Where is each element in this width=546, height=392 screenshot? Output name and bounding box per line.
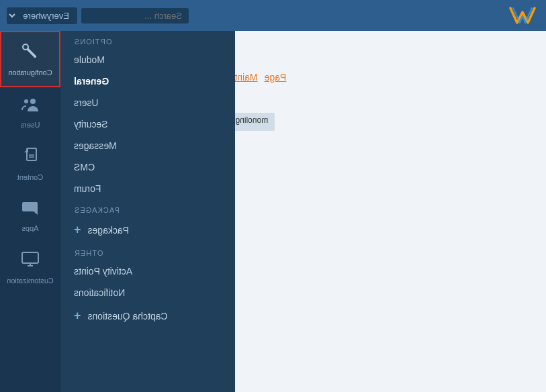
dropdown-notifications-item[interactable]: Notifications [60,282,235,303]
right-sidebar: Configuration Users [0,31,60,392]
sidebar-item-apps[interactable]: Apps [0,191,60,242]
dropdown-forum-item[interactable]: Forum [60,178,235,199]
content-label: Content [17,173,44,181]
topbar: Everywhere [0,0,546,31]
dropdown-packages-item[interactable]: Packages + [60,217,235,242]
wrench-icon [21,42,40,64]
breadcrumb-page[interactable]: Page [265,72,287,83]
dropdown-packages-label: PACKAGES [60,199,235,217]
packages-label: Packages [88,225,129,236]
search-input[interactable] [81,8,189,23]
packages-plus-icon[interactable]: + [74,223,81,237]
sidebar-item-customization[interactable]: Customization [0,242,60,294]
customization-label: Customization [7,277,54,285]
topbar-search-area: Everywhere [7,7,189,24]
dropdown-security-item[interactable]: Security [60,113,235,135]
dropdown-overlay: OPTIONS Module General Users Security Me… [60,31,235,392]
dropdown-messages-item[interactable]: Messages [60,135,235,156]
dropdown-cms-item[interactable]: CMS [60,156,235,178]
main-container: General Page Maintenance Mode System Leg… [0,31,546,392]
sidebar-item-content[interactable]: Content [0,138,60,191]
configuration-label: Configuration [8,68,52,77]
search-scope-dropdown[interactable]: Everywhere [7,7,77,24]
sidebar-item-users[interactable]: Users [0,87,60,138]
svg-point-0 [30,99,36,104]
svg-point-1 [24,99,28,103]
users-icon [21,97,40,117]
dropdown-general-item[interactable]: General [60,70,235,92]
dropdown-activity-item[interactable]: Activity Points [60,260,235,282]
dropdown-users-item[interactable]: Users [60,92,235,113]
monitor-icon [21,251,39,273]
svg-rect-2 [27,148,36,160]
users-label: Users [21,121,40,129]
chat-icon [21,200,39,220]
dropdown-options-label: OPTIONS [60,31,235,49]
file-icon [23,148,38,169]
captcha-plus-icon[interactable]: + [74,309,81,323]
captcha-label: Captcha Questions [88,311,168,322]
topbar-logo [506,3,539,28]
sidebar-item-configuration[interactable]: Configuration [0,31,60,87]
dropdown-captcha-item[interactable]: Captcha Questions + [60,303,235,328]
dropdown-other-label: OTHER [60,242,235,260]
content-area: General Page Maintenance Mode System Leg… [60,31,546,392]
apps-label: Apps [21,224,38,232]
dropdown-module-item[interactable]: Module [60,49,235,70]
svg-rect-5 [22,252,38,263]
